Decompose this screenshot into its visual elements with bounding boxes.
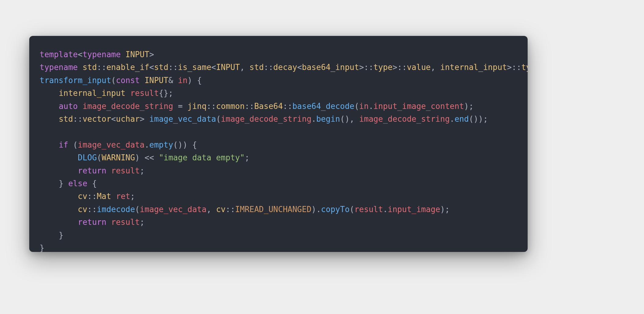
code-line: } [40, 231, 63, 240]
member-type: type [521, 63, 528, 72]
punct-dot: . [450, 114, 455, 124]
punct-rparen: ) [178, 140, 183, 149]
ns-jinq: jinq [187, 102, 207, 111]
punct-dot: . [369, 102, 373, 111]
ns-std: std [83, 63, 97, 72]
punct-comma: , [240, 63, 249, 72]
type-decay: decay [273, 63, 297, 72]
punct-semi: ; [130, 192, 135, 201]
ns-cv: cv [78, 192, 87, 201]
code-line: template<typename INPUT> [40, 50, 154, 59]
punct-space [78, 63, 83, 72]
punct-dcolon: :: [512, 63, 521, 72]
punct-space [187, 140, 192, 149]
ns-cv: cv [78, 205, 87, 214]
fn-end: end [455, 114, 469, 124]
var-image-vec-data: image_vec_data [78, 140, 144, 149]
type-input: INPUT [144, 76, 168, 85]
punct-space [87, 179, 92, 188]
fn-transform-input: transform_input [40, 76, 111, 85]
punct-rbrace: } [59, 179, 64, 188]
punct-semi: ; [445, 205, 450, 214]
type-base64-input: base64_input [302, 63, 359, 72]
punct-space [106, 218, 111, 227]
type-enable-if: enable_if [106, 63, 149, 72]
punct-comma: , [207, 205, 216, 214]
punct-lbrace: { [192, 140, 197, 149]
punct-dcolon: :: [264, 63, 273, 72]
code-block: template<typename INPUT> typename std::e… [40, 48, 517, 252]
punct-rparen: ) [464, 102, 469, 111]
punct-lt: < [111, 114, 116, 124]
punct-semi: ; [483, 114, 488, 124]
punct-rbrace: } [59, 231, 64, 240]
string-literal: "image data empty" [159, 153, 245, 162]
var-image-decode-string: image_decode_string [359, 114, 450, 124]
keyword-return: return [78, 166, 106, 175]
punct-lparen: ( [73, 140, 78, 149]
punct-dcolon: :: [87, 205, 97, 214]
punct-lt: < [211, 63, 216, 72]
ns-common: common [216, 102, 245, 111]
code-line: typename std::enable_if<std::is_same<INP… [40, 63, 528, 72]
punct-dcolon: :: [168, 63, 178, 72]
var-result: result [130, 89, 159, 98]
punct-space [68, 140, 73, 149]
type-internal-input: internal_input [59, 89, 126, 98]
member-value: value [407, 63, 430, 72]
var-in: in [359, 102, 369, 111]
punct-rparen: ) [311, 205, 316, 214]
member-type: type [373, 63, 393, 72]
punct-dcolon: :: [397, 63, 407, 72]
type-input: INPUT [216, 63, 240, 72]
type-mat: Mat [97, 192, 111, 201]
punct-dcolon: :: [364, 63, 373, 72]
punct-rparen: ) [183, 140, 188, 149]
var-image-vec-data: image_vec_data [149, 114, 216, 124]
punct-space [78, 102, 83, 111]
punct-dcolon: :: [283, 102, 292, 111]
punct-rparen: ) [478, 114, 483, 124]
type-base64: Base64 [254, 102, 283, 111]
punct-lt: < [78, 50, 83, 59]
punct-rbrace: } [40, 243, 44, 252]
code-line: cv::imdecode(image_vec_data, cv::IMREAD_… [40, 205, 450, 214]
fn-copyto: copyTo [321, 205, 350, 214]
punct-gt: > [149, 50, 154, 59]
punct-lparen: ( [111, 76, 116, 85]
const-warning: WARNING [102, 153, 135, 162]
code-line: std::vector<uchar> image_vec_data(image_… [40, 114, 488, 124]
ns-std: std [154, 63, 168, 72]
punct-dcolon: :: [207, 102, 216, 111]
code-line: } [40, 243, 44, 252]
ns-cv: cv [216, 205, 225, 214]
fn-dlog: DLOG [78, 153, 97, 162]
keyword-auto: auto [59, 102, 78, 111]
punct-dot: . [383, 205, 388, 214]
punct-gt: > [359, 63, 364, 72]
type-vector: vector [83, 114, 111, 124]
type-is-same: is_same [178, 63, 211, 72]
keyword-typename: typename [83, 50, 121, 59]
punct-lparen: ( [340, 114, 345, 124]
punct-comma: , [350, 114, 359, 124]
punct-semi: ; [140, 218, 145, 227]
keyword-else: else [68, 179, 87, 188]
punct-lparen: ( [173, 140, 178, 149]
param-in: in [178, 76, 187, 85]
punct-rparen: ) [474, 114, 479, 124]
keyword-const: const [116, 76, 140, 85]
code-line: internal_input result{}; [40, 89, 173, 98]
punct-rparen: ) [440, 205, 445, 214]
code-line: } else { [40, 179, 97, 188]
punct-space [111, 192, 116, 201]
punct-space [63, 179, 68, 188]
var-image-decode-string: image_decode_string [83, 102, 173, 111]
type-input: INPUT [126, 50, 149, 59]
fn-begin: begin [316, 114, 340, 124]
type-internal-input: internal_input [440, 63, 507, 72]
var-result: result [354, 205, 383, 214]
code-card: template<typename INPUT> typename std::e… [29, 36, 528, 252]
code-line: return result; [40, 218, 144, 227]
punct-space [173, 76, 178, 85]
